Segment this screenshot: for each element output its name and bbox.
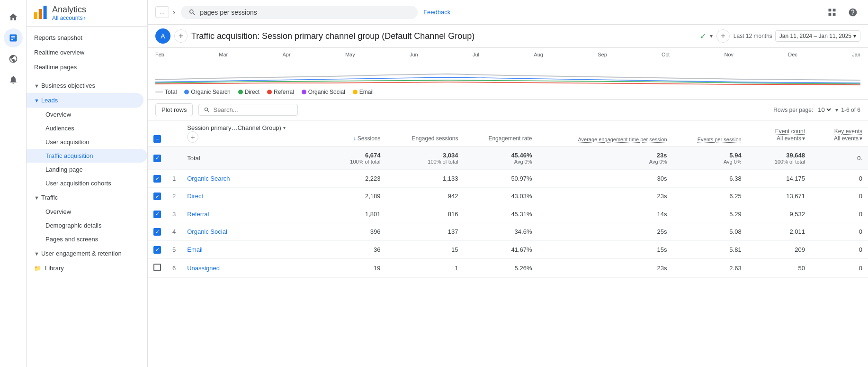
sidebar-item-reports-snapshot[interactable]: Reports snapshot [27,30,147,45]
row-sessions: 36 [329,241,386,259]
row-events-per-session: 6.38 [673,170,747,188]
row-checkbox[interactable]: ✓ [153,175,161,183]
row-engagement-rate: 34.6% [464,223,538,241]
row-channel-name[interactable]: Email [181,241,329,259]
nav-home-icon[interactable] [4,8,23,27]
event-count-filter[interactable]: All events ▾ [777,135,805,143]
sidebar-item-realtime-overview[interactable]: Realtime overview [27,45,147,60]
rows-per-page-select[interactable]: 10 25 50 [816,106,832,114]
row-engaged: 1,133 [386,170,464,188]
table-row: 6 Unassigned 19 1 5.26% 23s 2.63 50 0 [148,258,868,277]
row-engagement-rate: 50.97% [464,170,538,188]
sidebar-sub-overview[interactable]: Overview [27,108,147,121]
nav-explore-icon[interactable] [4,49,23,68]
data-table: – Session primary…Channel Group) ▾ + ↓ [148,120,868,278]
th-sessions: ↓ Sessions [329,120,386,147]
total-checkbox[interactable]: ✓ [153,155,161,162]
table-search-bar [198,104,298,116]
th-key-events: Key events All events ▾ [811,120,868,147]
legend-organic-social: Organic Social [302,89,345,95]
table-search-input[interactable] [213,106,293,113]
account-link[interactable]: All accounts › [52,15,86,21]
row-checkbox[interactable]: ✓ [153,211,161,218]
row-checkbox[interactable] [153,264,161,271]
sidebar-group-traffic[interactable]: ▼ Traffic [27,190,147,205]
search-input[interactable] [200,9,410,16]
row-checkbox-cell: ✓ [148,187,167,205]
total-label: Total [181,147,329,170]
total-sessions: 6,674 100% of total [329,147,386,170]
legend-referral-dot [267,90,272,94]
row-checkbox-cell: ✓ [148,205,167,223]
search-icon [188,9,196,16]
nav-icon-strip [0,0,27,367]
sidebar-sub-audiences[interactable]: Audiences [27,121,147,135]
row-channel-name[interactable]: Unassigned [181,258,329,277]
row-engaged: 942 [386,187,464,205]
plot-rows-button[interactable]: Plot rows [155,103,193,116]
row-channel-name[interactable]: Organic Social [181,223,329,241]
row-avg-time: 14s [537,205,672,223]
row-checkbox[interactable]: ✓ [153,228,161,236]
sidebar-sub-pages-and-screens[interactable]: Pages and screens [27,232,147,246]
sidebar-group-user-engagement[interactable]: ▼ User engagement & retention [27,246,147,261]
rows-per-page: Rows per page: 10 25 50 ▾ 1-6 of 6 [773,106,860,114]
row-channel-name[interactable]: Organic Search [181,170,329,188]
sidebar-group-business-objectives[interactable]: ▼ Business objectives [27,78,147,93]
verified-icon: ✓ [700,32,706,41]
sidebar-sub-user-acquisition-cohorts[interactable]: User acquisition cohorts [27,176,147,190]
total-engagement-rate: 45.46% Avg 0% [464,147,538,170]
breadcrumb-ellipsis-button[interactable]: ... [155,6,169,18]
row-num: 3 [167,205,181,223]
row-avg-time: 15s [537,241,672,259]
row-avg-time: 23s [537,258,672,277]
svg-rect-0 [34,12,37,19]
sidebar-group-leads[interactable]: ▼ Leads [27,93,143,108]
row-key-events: 0 [811,205,868,223]
nav-reports-icon[interactable] [4,28,23,47]
sidebar-header: Analytics All accounts › [27,0,147,27]
add-comparison-button[interactable]: + [174,29,188,43]
row-num: 2 [167,187,181,205]
row-key-events: 0 [811,241,868,259]
row-sessions: 19 [329,258,386,277]
logo [34,6,47,20]
select-all-checkbox[interactable]: – [153,135,161,143]
add-report-button[interactable]: + [716,29,730,43]
dimension-filter-button[interactable]: Session primary…Channel Group) ▾ [187,124,286,131]
row-avg-time: 23s [537,187,672,205]
row-engaged: 816 [386,205,464,223]
th-engaged-sessions: Engaged sessions [386,120,464,147]
breadcrumb-separator: › [173,8,175,17]
row-event-count: 50 [747,258,811,277]
sidebar-sub-traffic-overview[interactable]: Overview [27,205,147,219]
help-icon[interactable] [845,5,860,20]
row-checkbox[interactable]: ✓ [153,193,161,200]
row-events-per-session: 2.63 [673,258,747,277]
nav-advertising-icon[interactable] [4,70,23,89]
sidebar-item-library[interactable]: 📁 Library [27,261,147,275]
row-engagement-rate: 41.67% [464,241,538,259]
pagination-label: 1-6 of 6 [841,107,860,113]
row-checkbox[interactable]: ✓ [153,246,161,254]
sessions-sort[interactable]: ↓ Sessions [335,135,381,143]
sidebar-sub-user-acquisition[interactable]: User acquisition [27,135,147,149]
date-range-button[interactable]: Jan 11, 2024 – Jan 11, 2025 ▾ [775,30,860,42]
sidebar-sub-landing-page[interactable]: Landing page [27,163,147,176]
add-dimension-button[interactable]: + [187,131,198,143]
table-row: ✓ 4 Organic Social 396 137 34.6% 25s 5.0… [148,223,868,241]
sidebar-sub-traffic-acquisition[interactable]: Traffic acquisition [27,149,147,163]
feedback-link[interactable]: Feedback [423,9,450,16]
grid-icon[interactable] [824,5,840,20]
title-dropdown-button[interactable]: ▾ [710,33,713,39]
key-events-filter[interactable]: All events ▾ [834,135,862,143]
row-channel-name[interactable]: Referral [181,205,329,223]
table-search-icon [204,107,210,113]
table-toolbar: Plot rows Rows per page: 10 25 50 ▾ 1-6 … [148,100,868,120]
sidebar-sub-demographic-details[interactable]: Demographic details [27,219,147,232]
row-channel-name[interactable]: Direct [181,187,329,205]
svg-rect-2 [44,6,47,19]
row-key-events: 0 [811,258,868,277]
sidebar-item-realtime-pages[interactable]: Realtime pages [27,60,147,74]
legend-referral: Referral [267,89,294,95]
